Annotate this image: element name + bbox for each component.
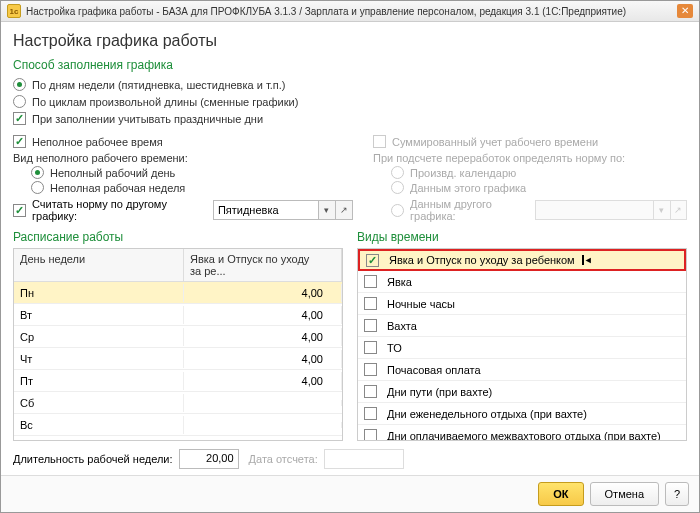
radio-part-day[interactable]: Неполный рабочий день [31,166,353,179]
time-type-label: Ночные часы [387,298,455,310]
schedule-title: Расписание работы [13,230,343,244]
table-row[interactable]: Чт4,00 [14,348,342,370]
time-type-item[interactable]: Явка [358,271,686,293]
checkbox[interactable] [364,275,377,288]
checkbox[interactable] [364,407,377,420]
time-type-label: Дни пути (при вахте) [387,386,492,398]
checkbox[interactable] [366,254,379,267]
time-type-label: Дни еженедельного отдыха (при вахте) [387,408,587,420]
time-type-label: Дни оплачиваемого межвахтового отдыха (п… [387,430,661,442]
radio-by-days[interactable]: По дням недели (пятидневка, шестидневка … [13,78,687,91]
time-type-item[interactable]: Ночные часы [358,293,686,315]
checkbox[interactable] [364,429,377,441]
norm-label: При подсчете переработок определять норм… [373,152,687,164]
radio-norm-this: Данным этого графика [391,181,687,194]
checkbox[interactable] [364,363,377,376]
checkbox[interactable] [364,341,377,354]
left-options: Неполное рабочее время Вид неполного раб… [13,133,353,222]
app-window: 1c Настройка графика работы - БАЗА для П… [0,0,700,513]
time-types-pane: Виды времени Явка и Отпуск по уходу за р… [357,230,687,441]
time-type-item[interactable]: Почасовая оплата [358,359,686,381]
date-from-label: Дата отсчета: [249,453,318,465]
content: Настройка графика работы Способ заполнен… [1,22,699,475]
page-title: Настройка графика работы [13,32,687,50]
combo-dropdown-icon: ▾ [654,200,670,220]
fill-method-title: Способ заполнения графика [13,58,687,72]
radio-norm-other [391,204,404,217]
time-type-item[interactable]: ТО [358,337,686,359]
time-type-label: Явка и Отпуск по уходу за ребенком [389,254,575,266]
time-type-item[interactable]: Вахта [358,315,686,337]
table-row[interactable]: Пт4,00 [14,370,342,392]
combo-dropdown-icon[interactable]: ▾ [319,200,336,220]
table-row[interactable]: Вт4,00 [14,304,342,326]
by-other-label: Считать норму по другому графику: [32,198,207,222]
time-type-item[interactable]: Дни пути (при вахте) [358,381,686,403]
cursor-icon [579,253,593,267]
table-row[interactable]: Вс [14,414,342,436]
combo-open-icon: ↗ [671,200,687,220]
right-options: Суммированный учет рабочего времени При … [373,133,687,222]
radio-norm-calendar: Произвд. календарю [391,166,687,179]
table-row[interactable]: Пн4,00 [14,282,342,304]
parttime-kind-label: Вид неполного рабочего времени: [13,152,353,164]
titlebar: 1c Настройка графика работы - БАЗА для П… [1,1,699,22]
time-type-item[interactable]: Дни еженедельного отдыха (при вахте) [358,403,686,425]
checkbox[interactable] [364,297,377,310]
time-type-item[interactable]: Дни оплачиваемого межвахтового отдыха (п… [358,425,686,441]
radio-by-cycles[interactable]: По циклам произвольной длины (сменные гр… [13,95,687,108]
check-parttime[interactable]: Неполное рабочее время [13,135,353,148]
check-holidays[interactable]: При заполнении учитывать праздничные дни [13,112,687,125]
time-type-label: Почасовая оплата [387,364,481,376]
time-type-label: Явка [387,276,412,288]
check-by-other-schedule[interactable] [13,204,26,217]
time-type-label: Вахта [387,320,417,332]
check-sum-accounting[interactable]: Суммированный учет рабочего времени [373,135,687,148]
date-from-input [324,449,404,469]
time-type-item[interactable]: Явка и Отпуск по уходу за ребенком [358,249,686,271]
checkbox[interactable] [364,319,377,332]
checkbox[interactable] [364,385,377,398]
footer: ОК Отмена ? [1,475,699,512]
close-icon[interactable]: ✕ [677,4,693,18]
schedule-grid[interactable]: День недели Явка и Отпуск по уходу за ре… [13,248,343,441]
schedule-pane: Расписание работы День недели Явка и Отп… [13,230,343,441]
time-types-list[interactable]: Явка и Отпуск по уходу за ребенкомЯвкаНо… [357,248,687,441]
bottom-row: Длительность рабочей недели: 20,00 Дата … [13,449,687,469]
window-title: Настройка графика работы - БАЗА для ПРОФ… [26,6,677,17]
grid-header: День недели Явка и Отпуск по уходу за ре… [14,249,342,282]
week-len-input[interactable]: 20,00 [179,449,239,469]
week-len-label: Длительность рабочей недели: [13,453,173,465]
cancel-button[interactable]: Отмена [590,482,659,506]
table-row[interactable]: Ср4,00 [14,326,342,348]
time-types-title: Виды времени [357,230,687,244]
app-icon: 1c [7,4,21,18]
table-row[interactable]: Сб [14,392,342,414]
ok-button[interactable]: ОК [538,482,583,506]
norm-other-combo [535,200,654,220]
combo-open-icon[interactable]: ↗ [336,200,353,220]
other-schedule-combo[interactable]: Пятидневка [213,200,319,220]
time-type-label: ТО [387,342,402,354]
norm-other-label: Данным другого графика: [410,198,529,222]
help-button[interactable]: ? [665,482,689,506]
radio-part-week[interactable]: Неполная рабочая неделя [31,181,353,194]
